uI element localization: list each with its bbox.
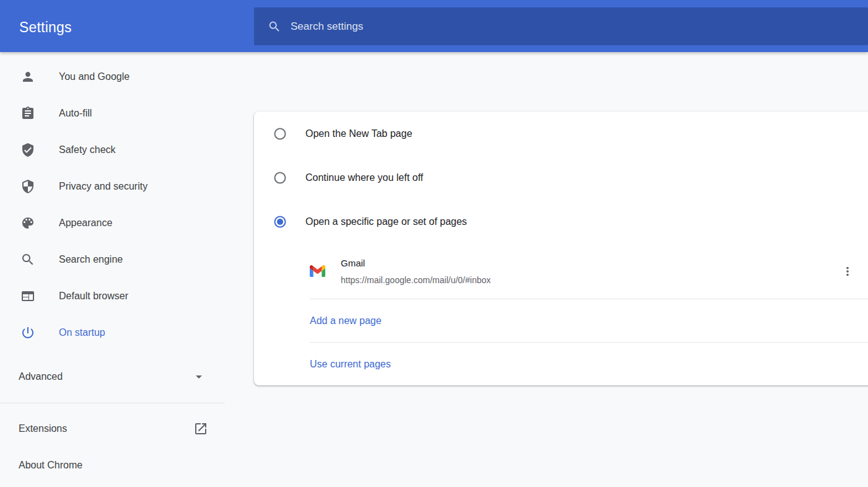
search-icon bbox=[268, 20, 281, 33]
main-panel: On startup Open the New Tab page Continu… bbox=[225, 52, 868, 487]
radio-unselected-icon bbox=[274, 128, 286, 140]
sidebar-item-label: Auto-fill bbox=[59, 108, 92, 119]
search-icon bbox=[20, 252, 35, 267]
kebab-menu-icon bbox=[841, 265, 854, 278]
sidebar-item-label: On startup bbox=[59, 327, 105, 338]
advanced-toggle[interactable]: Advanced bbox=[0, 358, 225, 395]
shield-check-icon bbox=[20, 143, 35, 157]
startup-page-row: Gmail https://mail.google.com/mail/u/0/#… bbox=[254, 244, 868, 299]
extensions-label: Extensions bbox=[19, 423, 67, 434]
add-new-page-button[interactable]: Add a new page bbox=[254, 299, 868, 342]
search-input[interactable] bbox=[291, 20, 868, 33]
palette-icon bbox=[20, 216, 35, 230]
sidebar-divider bbox=[0, 403, 225, 403]
settings-search[interactable] bbox=[254, 7, 868, 45]
content-area: You and Google Auto-fill Safety check Pr… bbox=[0, 52, 868, 487]
sidebar-item-label: Search engine bbox=[59, 254, 123, 265]
chevron-down-icon bbox=[191, 369, 206, 384]
page-url-text: https://mail.google.com/mail/u/0/#inbox bbox=[341, 274, 491, 286]
use-current-pages-button[interactable]: Use current pages bbox=[254, 343, 868, 385]
sidebar-item-search-engine[interactable]: Search engine bbox=[0, 241, 225, 278]
option-label: Open the New Tab page bbox=[305, 128, 412, 139]
gmail-icon bbox=[310, 265, 325, 277]
advanced-label: Advanced bbox=[19, 371, 63, 382]
sidebar-item-label: You and Google bbox=[59, 71, 129, 82]
on-startup-card: Open the New Tab page Continue where you… bbox=[254, 112, 868, 385]
sidebar-item-label: Appearance bbox=[59, 217, 112, 229]
page-title: Settings bbox=[19, 19, 72, 36]
add-new-page-label: Add a new page bbox=[310, 315, 382, 327]
sidebar-item-autofill[interactable]: Auto-fill bbox=[0, 95, 225, 131]
sidebar-item-label: Safety check bbox=[59, 144, 116, 156]
sidebar-item-label: Default browser bbox=[59, 291, 128, 302]
person-icon bbox=[20, 69, 35, 84]
sidebar-item-privacy-security[interactable]: Privacy and security bbox=[0, 168, 225, 204]
page-more-actions-button[interactable] bbox=[834, 258, 861, 285]
sidebar-item-default-browser[interactable]: Default browser bbox=[0, 278, 225, 314]
settings-sidebar: You and Google Auto-fill Safety check Pr… bbox=[0, 52, 225, 487]
header-toolbar: Settings bbox=[0, 0, 868, 52]
about-chrome-label: About Chrome bbox=[19, 460, 82, 471]
clipboard-icon bbox=[20, 106, 35, 121]
radio-selected-icon bbox=[274, 216, 286, 228]
sidebar-item-on-startup[interactable]: On startup bbox=[0, 314, 225, 351]
sidebar-item-you-and-google[interactable]: You and Google bbox=[0, 58, 225, 95]
page-title-text: Gmail bbox=[341, 257, 491, 270]
radio-option-new-tab[interactable]: Open the New Tab page bbox=[254, 112, 868, 156]
option-label: Continue where you left off bbox=[305, 172, 423, 183]
sidebar-item-safety-check[interactable]: Safety check bbox=[0, 131, 225, 168]
sidebar-item-extensions[interactable]: Extensions bbox=[0, 410, 225, 447]
shield-half-icon bbox=[20, 179, 35, 194]
page-info: Gmail https://mail.google.com/mail/u/0/#… bbox=[341, 257, 491, 286]
sidebar-item-about-chrome[interactable]: About Chrome bbox=[0, 447, 225, 483]
radio-unselected-icon bbox=[274, 172, 286, 184]
use-current-pages-label: Use current pages bbox=[310, 359, 391, 370]
open-in-new-icon bbox=[193, 421, 208, 436]
browser-window-icon bbox=[20, 289, 35, 304]
sidebar-item-label: Privacy and security bbox=[59, 181, 147, 192]
radio-option-continue[interactable]: Continue where you left off bbox=[254, 156, 868, 200]
option-label: Open a specific page or set of pages bbox=[305, 216, 467, 227]
radio-option-specific-pages[interactable]: Open a specific page or set of pages bbox=[254, 200, 868, 244]
sidebar-item-appearance[interactable]: Appearance bbox=[0, 204, 225, 241]
power-icon bbox=[20, 325, 35, 340]
